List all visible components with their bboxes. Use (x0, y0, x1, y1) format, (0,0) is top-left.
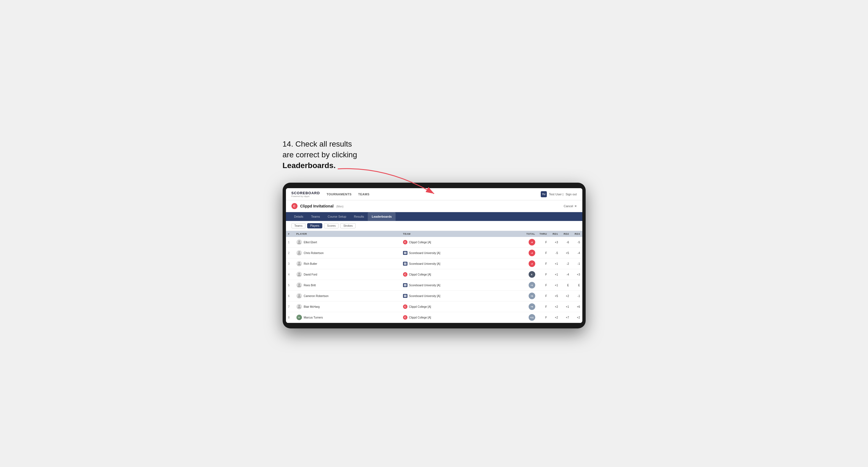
svg-point-6 (298, 294, 300, 296)
team-icon (403, 262, 407, 266)
table-header-row: # PLAYER TEAM TOTAL THRU RD1 RD2 RD3 (286, 231, 582, 237)
player-name: Rich Butler (304, 262, 317, 265)
total-cell: -8 (521, 237, 537, 248)
thru-cell: F (537, 248, 549, 258)
total-cell: +11 (521, 312, 537, 323)
svg-point-2 (298, 251, 300, 253)
tab-teams[interactable]: Teams (307, 212, 324, 221)
nav-tournaments[interactable]: TOURNAMENTS (327, 193, 351, 196)
team-name: Scoreboard University [A] (409, 294, 440, 298)
table-row[interactable]: 2Chris RobertsonScoreboard University [A… (286, 248, 582, 258)
rd2-cell: -4 (560, 269, 571, 280)
col-rd2: RD2 (560, 231, 571, 237)
total-cell: E (521, 269, 537, 280)
tab-leaderboards[interactable]: Leaderboards (368, 212, 396, 221)
team-name: Clippd College [A] (409, 316, 431, 319)
team-icon: C (403, 315, 407, 320)
team-icon: C (403, 272, 407, 277)
rd1-cell: +2 (549, 312, 560, 323)
team-name: Clippd College [A] (409, 273, 431, 276)
table-row[interactable]: 5Rees BrittScoreboard University [A]+1F+… (286, 280, 582, 291)
nav-right: TU Test User | Sign out (541, 191, 577, 197)
thru-cell: F (537, 269, 549, 280)
player-cell: MMarcus Turners (294, 312, 401, 323)
rd2-cell: +1 (560, 302, 571, 312)
team-name: Scoreboard University [A] (409, 284, 440, 287)
instruction-text: 14. Check all results are correct by cli… (283, 138, 357, 171)
team-icon (403, 294, 407, 298)
rank-cell: 5 (286, 280, 294, 291)
table-row[interactable]: 3Rich ButlerScoreboard University [A]-2F… (286, 258, 582, 269)
team-cell: CClippd College [A] (401, 269, 521, 280)
team-icon: C (403, 305, 407, 309)
nav-links: TOURNAMENTS TEAMS (327, 193, 540, 196)
rd2-cell: -2 (560, 258, 571, 269)
rd2-cell: E (560, 280, 571, 291)
rd1-cell: +1 (549, 258, 560, 269)
filter-teams[interactable]: Teams (291, 223, 306, 228)
logo-sub: Powered by clippd (291, 195, 320, 197)
rank-cell: 3 (286, 258, 294, 269)
player-cell: Elliot Ebert (294, 237, 401, 248)
team-cell: CClippd College [A] (401, 312, 521, 323)
rd3-cell: -4 (571, 248, 582, 258)
filter-scores[interactable]: Scores (324, 223, 339, 228)
player-name: Cameron Robertson (304, 294, 329, 298)
team-icon (403, 251, 407, 255)
tab-details[interactable]: Details (290, 212, 307, 221)
close-icon: ✕ (575, 205, 577, 208)
rank-cell: 1 (286, 237, 294, 248)
filter-row: Teams Players Scores Strokes (286, 221, 582, 231)
rank-cell: 4 (286, 269, 294, 280)
thru-cell: F (537, 258, 549, 269)
tournament-header: C Clippd Invitational (Men) Cancel ✕ (286, 200, 582, 212)
table-row[interactable]: 1Elliot EbertCClippd College [A]-8F+3-6-… (286, 237, 582, 248)
col-rd3: RD3 (571, 231, 582, 237)
tab-results[interactable]: Results (350, 212, 368, 221)
team-name: Scoreboard University [A] (409, 252, 440, 255)
table-row[interactable]: 4David FordCClippd College [A]EF+1-4+3 (286, 269, 582, 280)
user-label: Test User | (549, 193, 563, 196)
filter-strokes[interactable]: Strokes (340, 223, 355, 228)
team-cell: Scoreboard University [A] (401, 280, 521, 291)
rd3-cell: +2 (571, 312, 582, 323)
player-avatar: M (297, 315, 302, 320)
team-cell: Scoreboard University [A] (401, 258, 521, 269)
tournament-title: Clippd Invitational (Men) (300, 204, 564, 208)
rd1-cell: +2 (549, 302, 560, 312)
team-cell: CClippd College [A] (401, 302, 521, 312)
player-avatar (297, 250, 302, 256)
rd3-cell: -1 (571, 258, 582, 269)
total-cell: -4 (521, 248, 537, 258)
col-rd1: RD1 (549, 231, 560, 237)
table-row[interactable]: 8MMarcus TurnersCClippd College [A]+11F+… (286, 312, 582, 323)
rd1-cell: +3 (549, 237, 560, 248)
signout-link[interactable]: Sign out (565, 193, 577, 196)
score-badge: +6 (529, 292, 535, 299)
player-cell: Cameron Robertson (294, 291, 401, 302)
svg-point-7 (298, 305, 300, 307)
table-row[interactable]: 6Cameron RobertsonScoreboard University … (286, 291, 582, 302)
team-icon (403, 283, 407, 287)
score-badge: -8 (529, 239, 535, 246)
team-icon: C (403, 240, 407, 244)
filter-players[interactable]: Players (307, 223, 322, 228)
team-cell: Scoreboard University [A] (401, 248, 521, 258)
thru-cell: F (537, 302, 549, 312)
thru-cell: F (537, 312, 549, 323)
col-team: TEAM (401, 231, 521, 237)
player-avatar (297, 240, 302, 245)
score-badge: +11 (529, 314, 535, 321)
table-row[interactable]: 7Blair McHargCClippd College [A]+9F+2+1+… (286, 302, 582, 312)
team-name: Scoreboard University [A] (409, 262, 440, 265)
player-avatar (297, 304, 302, 309)
team-cell: CClippd College [A] (401, 237, 521, 248)
svg-point-3 (298, 262, 300, 264)
player-name: Blair McHarg (304, 305, 320, 308)
cancel-button[interactable]: Cancel ✕ (564, 205, 577, 208)
tab-course-setup[interactable]: Course Setup (324, 212, 350, 221)
nav-teams[interactable]: TEAMS (358, 193, 369, 196)
total-cell: +6 (521, 291, 537, 302)
rank-cell: 6 (286, 291, 294, 302)
rd3-cell: -5 (571, 237, 582, 248)
